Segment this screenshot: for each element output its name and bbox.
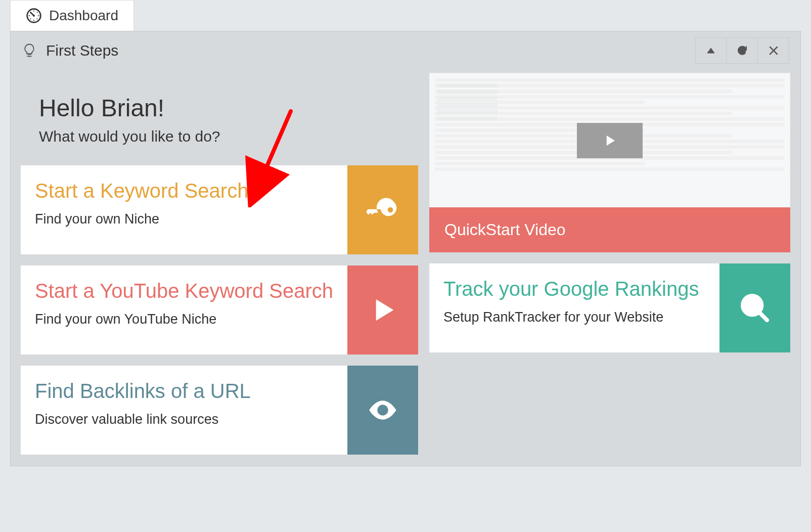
refresh-icon (736, 45, 748, 57)
card-title: Track your Google Rankings (443, 278, 705, 300)
card-icon-box (347, 366, 418, 455)
card-find-backlinks[interactable]: Find Backlinks of a URL Discover valuabl… (21, 366, 418, 455)
panel-header: First Steps (11, 31, 800, 70)
card-title: Start a Keyword Search (35, 180, 333, 202)
card-track-rankings[interactable]: Track your Google Rankings Setup RankTra… (429, 263, 790, 352)
svg-point-1 (33, 15, 35, 17)
card-title: Start a YouTube Keyword Search (35, 280, 333, 302)
video-play-button[interactable] (577, 123, 643, 158)
card-youtube-keyword[interactable]: Start a YouTube Keyword Search Find your… (21, 265, 418, 354)
col-right: QuickStart Video Track your Google Ranki… (429, 70, 790, 455)
triangle-up-icon (705, 45, 717, 57)
card-icon-box (347, 165, 418, 254)
panel-header-actions (695, 37, 789, 64)
card-icon-box (719, 263, 790, 352)
card-subtitle: Find your own YouTube Niche (35, 312, 333, 327)
svg-point-2 (380, 408, 386, 413)
video-thumbnail (429, 73, 790, 207)
video-label: QuickStart Video (429, 207, 790, 252)
card-title: Find Backlinks of a URL (35, 380, 333, 403)
greeting-block: Hello Brian! What would you like to do? (21, 70, 418, 154)
play-icon (367, 294, 399, 326)
card-subtitle: Discover valuable link sources (35, 412, 333, 427)
greeting-sub: What would you like to do? (39, 128, 400, 145)
greeting-hello: Hello Brian! (39, 94, 400, 122)
gauge-icon (26, 8, 42, 24)
eye-icon (367, 394, 399, 426)
lightbulb-icon (22, 43, 37, 58)
tab-dashboard[interactable]: Dashboard (10, 0, 134, 31)
close-button[interactable] (758, 37, 789, 64)
search-icon (739, 292, 771, 324)
panel-body: Hello Brian! What would you like to do? … (11, 70, 800, 466)
card-icon-box (347, 265, 418, 354)
card-keyword-search[interactable]: Start a Keyword Search Find your own Nic… (21, 165, 418, 254)
card-subtitle: Setup RankTracker for your Website (443, 309, 705, 325)
collapse-button[interactable] (695, 37, 727, 64)
card-quickstart-video[interactable]: QuickStart Video (429, 73, 790, 252)
tab-label: Dashboard (49, 8, 118, 24)
panel-title: First Steps (46, 42, 118, 59)
col-left: Hello Brian! What would you like to do? … (21, 70, 418, 455)
tab-bar: Dashboard (10, 0, 801, 31)
key-icon (367, 194, 399, 226)
play-icon (602, 133, 617, 148)
close-icon (768, 45, 780, 57)
refresh-button[interactable] (727, 37, 758, 64)
card-subtitle: Find your own Niche (35, 211, 333, 227)
first-steps-panel: First Steps (10, 31, 801, 466)
